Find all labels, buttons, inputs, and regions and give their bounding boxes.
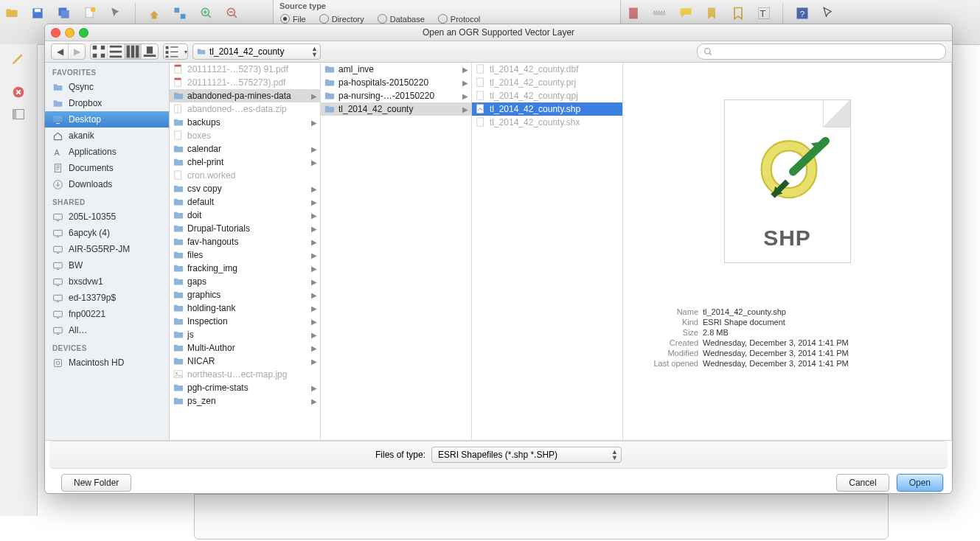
file-row[interactable]: tl_2014_42_county.dbf (472, 63, 622, 76)
save-icon[interactable] (27, 3, 48, 24)
file-row[interactable]: graphics▶ (170, 288, 320, 301)
sidebar-item[interactable]: AApplications (45, 144, 169, 160)
sidebar-item[interactable]: bxsdvw1 (45, 273, 169, 290)
source-type-radio[interactable]: File (280, 14, 306, 24)
column-3[interactable]: tl_2014_42_county.dbftl_2014_42_county.p… (472, 63, 623, 440)
file-row[interactable]: tl_2014_42_county.shx (472, 116, 622, 129)
file-row[interactable]: fav-hangouts▶ (170, 235, 320, 248)
sidebar-item[interactable]: Downloads (45, 176, 169, 192)
file-row[interactable]: pa-hospitals-20150220▶ (321, 76, 471, 89)
file-row[interactable]: boxes (170, 129, 320, 142)
sidebar-item[interactable]: Macintosh HD (45, 355, 169, 371)
open-button[interactable]: Open (897, 474, 943, 492)
file-row[interactable]: ps_zen▶ (170, 394, 320, 408)
file-row[interactable]: abandoned-…es-data.zip (170, 102, 320, 116)
file-row[interactable]: files▶ (170, 248, 320, 262)
search-field[interactable] (697, 43, 946, 60)
folder-icon (173, 183, 184, 195)
sidebar-item[interactable]: BW (45, 257, 169, 273)
help-icon[interactable]: ? (792, 3, 813, 24)
file-row[interactable]: gaps▶ (170, 275, 320, 288)
ruler-icon[interactable] (649, 3, 670, 24)
file-row[interactable]: csv copy▶ (170, 182, 320, 195)
select-icon[interactable] (105, 3, 126, 24)
view-list-button[interactable] (108, 44, 125, 59)
file-row[interactable]: holding-tank▶ (170, 301, 320, 315)
close-circle-icon[interactable] (10, 84, 27, 100)
file-row[interactable]: northeast-u…ect-map.jpg (170, 368, 320, 381)
source-type-radio[interactable]: Directory (319, 14, 364, 24)
nav-back-button[interactable]: ◀ (52, 44, 69, 59)
sidebar-item[interactable]: Qsync (45, 79, 169, 95)
sidebar-item[interactable]: ed-13379p$ (45, 290, 169, 306)
sidebar-item[interactable]: AIR-5G5RP-JM (45, 241, 169, 257)
file-row[interactable]: NICAR▶ (170, 355, 320, 368)
cancel-button[interactable]: Cancel (836, 474, 889, 492)
sidebar-item[interactable]: akanik (45, 128, 169, 144)
file-row[interactable]: 20111121-…575273).pdf (170, 76, 320, 89)
sidebar-item[interactable]: Documents (45, 160, 169, 176)
source-type-radio[interactable]: Protocol (438, 14, 480, 24)
sidebar-item[interactable]: Desktop (45, 111, 169, 128)
file-row[interactable]: chel-print▶ (170, 156, 320, 169)
file-row[interactable]: Drupal-Tutorials▶ (170, 222, 320, 235)
zip-icon (173, 103, 184, 115)
view-icons-button[interactable] (91, 44, 108, 59)
file-row[interactable]: calendar▶ (170, 142, 320, 156)
bookmark-icon[interactable] (728, 3, 748, 24)
new-folder-button[interactable]: New Folder (61, 474, 131, 492)
file-row[interactable]: tl_2014_42_county▶ (321, 102, 471, 116)
file-type-select[interactable]: ESRI Shapefiles (*.shp *.SHP) ▲▼ (431, 447, 622, 463)
file-row[interactable]: Inspection▶ (170, 315, 320, 328)
new-icon[interactable] (80, 3, 100, 24)
text-icon[interactable]: T (754, 3, 774, 24)
search-input[interactable] (715, 46, 939, 57)
file-row-label: tl_2014_42_county.shp (490, 104, 619, 114)
view-columns-button[interactable] (125, 44, 142, 59)
calc-icon[interactable] (623, 3, 644, 24)
file-row[interactable]: js▶ (170, 328, 320, 341)
file-row[interactable]: fracking_img▶ (170, 262, 320, 275)
zoom-window-button[interactable] (79, 28, 88, 38)
path-dropdown[interactable]: tl_2014_42_county ▲▼ (192, 43, 321, 60)
nav-forward-button[interactable]: ▶ (69, 44, 85, 59)
file-row[interactable]: aml_inve▶ (321, 63, 471, 76)
chevron-right-icon: ▶ (311, 198, 317, 206)
file-row[interactable]: backups▶ (170, 116, 320, 129)
panel-icon[interactable] (10, 106, 27, 122)
file-row[interactable]: doit▶ (170, 209, 320, 222)
file-row[interactable]: abandoned-pa-mines-data▶ (170, 89, 320, 102)
arrange-button[interactable]: ▾ (164, 44, 187, 59)
file-row[interactable]: pgh-crime-stats▶ (170, 381, 320, 394)
column-2[interactable]: aml_inve▶pa-hospitals-20150220▶pa-nursin… (321, 63, 472, 440)
minimize-window-button[interactable] (65, 28, 74, 38)
save-all-icon[interactable] (54, 3, 74, 24)
column-1[interactable]: 20111121-…5273) 91.pdf20111121-…575273).… (170, 63, 321, 440)
sidebar-item[interactable]: Dropbox (45, 95, 169, 111)
file-row[interactable]: Multi-Author▶ (170, 341, 320, 355)
source-type-label: Source type (279, 1, 326, 10)
file-row[interactable]: default▶ (170, 195, 320, 209)
open-icon[interactable] (1, 3, 22, 24)
file-row[interactable]: tl_2014_42_county.qpj (472, 89, 622, 102)
sidebar-item[interactable]: 6apcyk (4) (45, 225, 169, 241)
file-row[interactable]: tl_2014_42_county.prj (472, 76, 622, 89)
source-type-radio[interactable]: Database (378, 14, 425, 24)
file-row[interactable]: 20111121-…5273) 91.pdf (170, 63, 320, 76)
pan-icon[interactable] (144, 3, 164, 24)
zoom-in-icon[interactable] (196, 3, 217, 24)
file-row[interactable]: cron.worked (170, 169, 320, 182)
view-coverflow-button[interactable] (142, 44, 158, 59)
comment-icon[interactable] (675, 3, 696, 24)
file-row[interactable]: pa-nursing-…-20150220▶ (321, 89, 471, 102)
sidebar-item[interactable]: All… (45, 322, 169, 338)
close-window-button[interactable] (51, 28, 60, 38)
pencil-icon[interactable] (10, 50, 27, 66)
pan-selection-icon[interactable] (170, 3, 190, 24)
sidebar-item[interactable]: 205L-10355 (45, 209, 169, 225)
zoom-out-icon[interactable] (222, 3, 243, 24)
bookmark-add-icon[interactable] (701, 3, 722, 24)
cursor-icon[interactable] (818, 3, 838, 24)
file-row[interactable]: tl_2014_42_county.shp (472, 102, 622, 116)
sidebar-item[interactable]: fnp00221 (45, 306, 169, 322)
